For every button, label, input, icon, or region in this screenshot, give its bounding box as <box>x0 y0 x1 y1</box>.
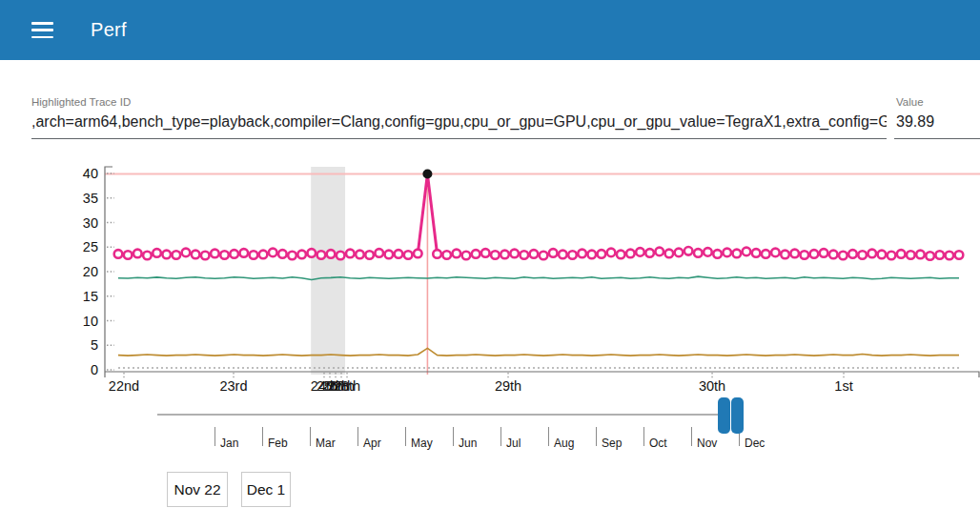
perf-chart-svg[interactable]: 051015202530354022nd23rd24th25th26th27th… <box>0 152 980 396</box>
data-point[interactable] <box>395 250 403 258</box>
data-point[interactable] <box>781 251 789 259</box>
data-point[interactable] <box>239 249 248 257</box>
data-point[interactable] <box>162 251 171 259</box>
slider-handle-begin[interactable] <box>718 397 730 434</box>
data-point[interactable] <box>307 249 316 257</box>
data-point[interactable] <box>375 249 383 257</box>
data-point[interactable] <box>549 249 558 257</box>
data-point[interactable] <box>540 252 548 260</box>
series-trace-green[interactable] <box>118 276 959 279</box>
data-point[interactable] <box>114 250 123 258</box>
data-point[interactable] <box>414 250 422 258</box>
data-point[interactable] <box>839 252 847 260</box>
data-point[interactable] <box>935 251 944 259</box>
data-point[interactable] <box>250 251 258 259</box>
data-point[interactable] <box>897 250 906 258</box>
data-point[interactable] <box>211 250 219 258</box>
slider-handle-end[interactable] <box>731 397 744 434</box>
data-point[interactable] <box>230 250 238 258</box>
data-point[interactable] <box>878 251 887 259</box>
data-point[interactable] <box>453 250 461 258</box>
data-point[interactable] <box>143 252 152 260</box>
data-point[interactable] <box>201 252 210 260</box>
data-point[interactable] <box>269 249 277 257</box>
data-point[interactable] <box>771 249 780 257</box>
data-point[interactable] <box>220 251 229 259</box>
data-point[interactable] <box>888 252 896 260</box>
data-point[interactable] <box>829 251 838 259</box>
data-point[interactable] <box>317 251 326 259</box>
data-point[interactable] <box>636 248 644 256</box>
data-point[interactable] <box>868 250 876 258</box>
data-point[interactable] <box>520 251 528 259</box>
data-point[interactable] <box>327 250 336 258</box>
value-input[interactable]: 39.89 <box>896 113 977 131</box>
range-end-input[interactable]: Dec 1 <box>241 472 291 507</box>
data-point[interactable] <box>491 251 500 259</box>
data-point[interactable] <box>907 251 915 259</box>
data-point[interactable] <box>955 251 964 259</box>
series-highlighted-trace[interactable] <box>118 174 959 256</box>
data-point[interactable] <box>278 250 287 258</box>
data-point[interactable] <box>259 251 268 259</box>
range-begin-input[interactable]: Nov 22 <box>167 472 228 507</box>
data-point[interactable] <box>713 250 722 258</box>
data-point[interactable] <box>346 250 355 258</box>
data-point[interactable] <box>743 248 751 256</box>
data-point[interactable] <box>762 250 770 258</box>
data-point[interactable] <box>365 251 374 259</box>
data-point[interactable] <box>433 250 441 258</box>
data-point[interactable] <box>192 251 200 259</box>
slider-track[interactable] <box>157 414 718 416</box>
data-point[interactable] <box>607 249 616 257</box>
data-point[interactable] <box>510 250 519 258</box>
data-point[interactable] <box>481 249 490 257</box>
data-point[interactable] <box>645 249 654 257</box>
data-point[interactable] <box>810 250 819 258</box>
data-point[interactable] <box>124 251 133 259</box>
data-point[interactable] <box>173 251 181 259</box>
data-point[interactable] <box>752 249 761 257</box>
data-point[interactable] <box>820 249 828 257</box>
data-point[interactable] <box>182 249 191 257</box>
data-point[interactable] <box>337 252 345 260</box>
data-point[interactable] <box>946 252 954 260</box>
data-point[interactable] <box>500 251 509 259</box>
data-point[interactable] <box>587 251 596 259</box>
data-point[interactable] <box>916 251 925 259</box>
data-point[interactable] <box>356 251 364 259</box>
data-point[interactable] <box>153 249 161 257</box>
data-point[interactable] <box>675 249 684 257</box>
data-point[interactable] <box>472 250 480 258</box>
data-point[interactable] <box>617 251 625 259</box>
trace-id-input[interactable]: ,arch=arm64,bench_type=playback,compiler… <box>31 113 887 131</box>
data-point[interactable] <box>684 247 693 255</box>
data-point[interactable] <box>694 249 703 257</box>
data-point[interactable] <box>442 251 451 259</box>
data-point[interactable] <box>848 250 857 258</box>
data-point[interactable] <box>926 252 934 260</box>
data-point[interactable] <box>704 248 712 256</box>
data-point[interactable] <box>133 250 142 258</box>
data-point[interactable] <box>559 251 567 259</box>
chart-area[interactable]: 051015202530354022nd23rd24th25th26th27th… <box>0 152 980 396</box>
data-point[interactable] <box>665 250 674 258</box>
data-point[interactable] <box>385 251 394 259</box>
data-point[interactable] <box>733 250 742 258</box>
data-point[interactable] <box>530 250 539 258</box>
data-point[interactable] <box>626 250 635 258</box>
data-point[interactable] <box>655 248 664 256</box>
data-point[interactable] <box>578 250 586 258</box>
data-point[interactable] <box>568 251 577 259</box>
data-point[interactable] <box>462 252 471 260</box>
data-point[interactable] <box>723 249 731 257</box>
data-point[interactable] <box>858 251 867 259</box>
data-point[interactable] <box>800 251 808 259</box>
series-trace-orange[interactable] <box>118 348 959 356</box>
highlighted-point[interactable] <box>422 170 432 179</box>
data-point[interactable] <box>790 250 799 258</box>
data-point[interactable] <box>598 250 606 258</box>
data-point[interactable] <box>404 251 413 259</box>
menu-icon[interactable] <box>31 22 53 38</box>
data-point[interactable] <box>288 252 296 260</box>
